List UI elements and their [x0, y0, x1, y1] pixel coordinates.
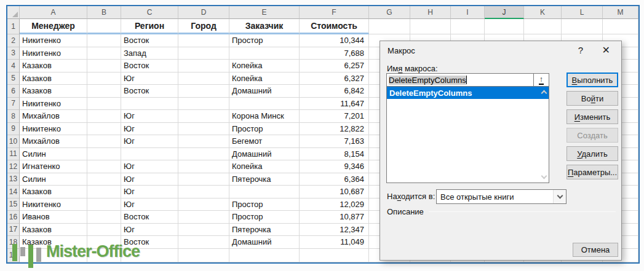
cell-D11[interactable]	[178, 148, 229, 161]
row-header-12[interactable]: 12	[7, 160, 20, 173]
scroll-down-icon[interactable]	[541, 173, 547, 179]
cell-F11[interactable]: 8,154	[300, 148, 369, 161]
column-header-L[interactable]: L	[562, 6, 603, 19]
row-header-7[interactable]: 7	[7, 98, 20, 111]
cell-F14[interactable]: 10,687	[300, 186, 369, 198]
column-header-M[interactable]: M	[603, 6, 638, 19]
edit-button[interactable]: Изменить	[566, 109, 618, 124]
cell-E13[interactable]: Пятерочка	[229, 173, 300, 186]
cell-C7[interactable]	[121, 98, 178, 111]
cell-F5[interactable]: 6,327	[300, 73, 369, 85]
cell-B8[interactable]	[87, 110, 121, 123]
cell-D12[interactable]	[178, 160, 229, 173]
cell-D16[interactable]	[178, 211, 229, 224]
cell-A5[interactable]: Казаков	[20, 73, 87, 85]
cancel-button[interactable]: Отмена	[573, 243, 618, 257]
cell-C12[interactable]: Юг	[121, 160, 178, 173]
select-all-corner[interactable]	[7, 6, 20, 19]
cell-C14[interactable]: Юг	[121, 186, 178, 198]
cell-A4[interactable]: Казаков	[20, 60, 87, 73]
cell-C16[interactable]: Восток	[121, 211, 178, 224]
cell-B2[interactable]	[87, 34, 121, 47]
cell-F17[interactable]: 12,347	[300, 224, 369, 237]
delete-button[interactable]: Удалить	[566, 146, 618, 161]
cell-F9[interactable]: 12,822	[300, 123, 369, 136]
cell-D3[interactable]	[178, 47, 229, 60]
cell-B3[interactable]	[87, 47, 121, 60]
row-header-13[interactable]: 13	[7, 173, 20, 186]
row-header-10[interactable]: 10	[7, 135, 20, 148]
cell-H1[interactable]	[410, 19, 451, 34]
cell-E2[interactable]: Простор	[229, 34, 300, 47]
cell-G1[interactable]	[369, 19, 410, 34]
cell-I1[interactable]	[451, 19, 485, 34]
cell-C6[interactable]: Восток	[121, 85, 178, 98]
cell-B10[interactable]	[87, 135, 121, 148]
cell-D10[interactable]	[178, 135, 229, 148]
cell-C4[interactable]: Восток	[121, 60, 178, 73]
macro-list[interactable]: DeleteEmptyColumns	[386, 86, 549, 183]
cell-E15[interactable]: Простор	[229, 198, 300, 211]
cell-E11[interactable]: Домашний	[229, 148, 300, 161]
cell-E16[interactable]: Простор	[229, 211, 300, 224]
cell-D15[interactable]	[178, 198, 229, 211]
column-header-C[interactable]: C	[121, 6, 178, 19]
header-cell-B1[interactable]	[87, 19, 121, 34]
cell-F3[interactable]: 7,688	[300, 47, 369, 60]
cell-E14[interactable]	[229, 186, 300, 198]
cell-C8[interactable]: Юг	[121, 110, 178, 123]
header-cell-F1[interactable]: Стоимость	[300, 19, 369, 34]
cell-E5[interactable]: Копейка	[229, 73, 300, 85]
cell-D13[interactable]	[178, 173, 229, 186]
cell-F6[interactable]: 6,842	[300, 85, 369, 98]
row-header-9[interactable]: 9	[7, 123, 20, 136]
macro-list-item-selected[interactable]: DeleteEmptyColumns	[387, 87, 549, 99]
header-cell-E1[interactable]: Заказчик	[229, 19, 300, 34]
cell-E17[interactable]: Пятерочка	[229, 224, 300, 237]
cell-F7[interactable]: 11,647	[300, 98, 369, 111]
cell-E4[interactable]: Копейка	[229, 60, 300, 73]
cell-E12[interactable]: Копейка	[229, 160, 300, 173]
cell-F19[interactable]	[300, 249, 369, 263]
cell-F4[interactable]: 6,257	[300, 60, 369, 73]
cell-E7[interactable]	[229, 98, 300, 111]
cell-F18[interactable]: 11,049	[300, 236, 369, 249]
cell-C11[interactable]	[121, 148, 178, 161]
cell-D5[interactable]	[178, 73, 229, 85]
header-cell-A1[interactable]: Менеджер	[20, 19, 87, 34]
cell-F15[interactable]: 12,029	[300, 198, 369, 211]
row-header-11[interactable]: 11	[7, 148, 20, 161]
cell-F12[interactable]: 9,346	[300, 160, 369, 173]
cell-D2[interactable]	[178, 34, 229, 47]
cell-B15[interactable]	[87, 198, 121, 211]
row-header-1[interactable]: 1	[7, 19, 20, 34]
collapse-dialog-button[interactable]: ↑	[533, 73, 549, 87]
cell-A10[interactable]: Михайлов	[20, 135, 87, 148]
cell-B11[interactable]	[87, 148, 121, 161]
options-button[interactable]: Параметры...	[566, 165, 618, 179]
macro-name-input[interactable]: DeleteEmptyColumns	[386, 73, 534, 87]
cell-D7[interactable]	[178, 98, 229, 111]
cell-F8[interactable]: 7,201	[300, 110, 369, 123]
cell-C2[interactable]: Восток	[121, 34, 178, 47]
column-header-J[interactable]: J	[485, 6, 524, 19]
cell-K1[interactable]	[524, 19, 562, 34]
cell-B17[interactable]	[87, 224, 121, 237]
row-header-14[interactable]: 14	[7, 186, 20, 198]
close-icon[interactable]: ✕	[602, 44, 610, 56]
cell-E6[interactable]: Домашний	[229, 85, 300, 98]
cell-B4[interactable]	[87, 60, 121, 73]
cell-B12[interactable]	[87, 160, 121, 173]
cell-F16[interactable]: 10,877	[300, 211, 369, 224]
dialog-titlebar[interactable]: Макрос ? ✕	[380, 41, 621, 60]
cell-A13[interactable]: Силин	[20, 173, 87, 186]
row-header-6[interactable]: 6	[7, 85, 20, 98]
cell-M1[interactable]	[603, 19, 638, 34]
cell-C10[interactable]: Юг	[121, 135, 178, 148]
cell-A14[interactable]: Казаков	[20, 186, 87, 198]
cell-A17[interactable]: Казаков	[20, 224, 87, 237]
cell-A16[interactable]: Иванов	[20, 211, 87, 224]
cell-D14[interactable]	[178, 186, 229, 198]
column-header-G[interactable]: G	[369, 6, 410, 19]
cell-E10[interactable]: Бегемот	[229, 135, 300, 148]
